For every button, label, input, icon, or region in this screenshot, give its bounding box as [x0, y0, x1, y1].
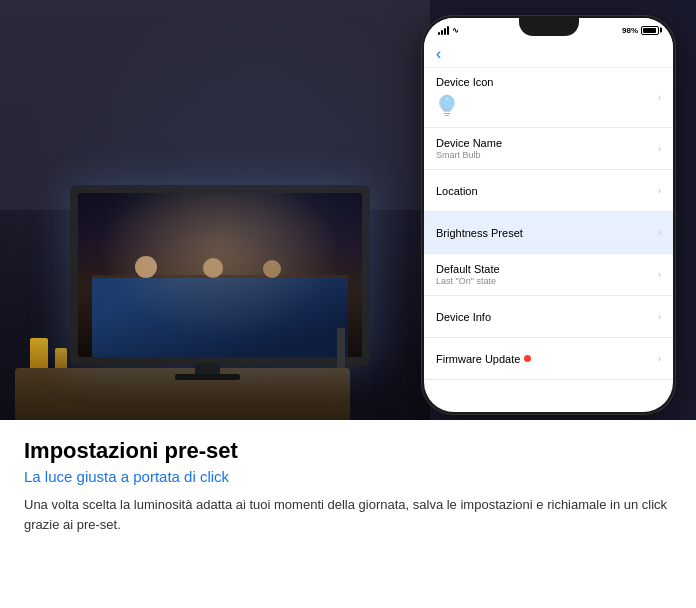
sub-heading: La luce giusta a portata di click — [24, 468, 672, 485]
brightness-preset-title: Brightness Preset — [436, 227, 523, 239]
firmware-update-chevron: › — [658, 353, 661, 364]
location-title: Location — [436, 185, 478, 197]
main-heading: Impostazioni pre-set — [24, 438, 672, 464]
default-state-content: Default State Last "On" state — [436, 263, 500, 286]
firmware-update-title: Firmware Update — [436, 353, 520, 365]
light-bulb-icon — [436, 93, 458, 119]
default-state-chevron: › — [658, 269, 661, 280]
default-state-title: Default State — [436, 263, 500, 275]
firmware-update-dot — [524, 355, 531, 362]
battery-fill — [643, 28, 656, 33]
device-icon-content: Device Icon — [436, 76, 493, 119]
device-name-content: Device Name Smart Bulb — [436, 137, 502, 160]
location-chevron: › — [658, 185, 661, 196]
device-info-chevron: › — [658, 311, 661, 322]
back-button[interactable]: ‹ — [436, 45, 441, 63]
default-state-subtitle: Last "On" state — [436, 276, 500, 286]
firmware-update-content: Firmware Update — [436, 353, 531, 365]
device-name-title: Device Name — [436, 137, 502, 149]
phone-screen: ∿ 98% ‹ — [424, 18, 673, 412]
bottom-text-section: Impostazioni pre-set La luce giusta a po… — [0, 420, 696, 608]
device-name-subtitle: Smart Bulb — [436, 150, 502, 160]
signal-bar-4 — [447, 26, 449, 35]
location-content: Location — [436, 185, 478, 197]
app-header: ‹ — [424, 40, 673, 68]
device-name-row[interactable]: Device Name Smart Bulb › — [424, 128, 673, 170]
brightness-preset-content: Brightness Preset — [436, 227, 523, 239]
device-name-chevron: › — [658, 143, 661, 154]
description-text: Una volta scelta la luminosità adatta ai… — [24, 495, 672, 534]
status-right: 98% — [622, 26, 659, 35]
brightness-preset-row[interactable]: Brightness Preset › — [424, 212, 673, 254]
hero-section: ∿ 98% ‹ — [0, 0, 696, 420]
room-ambient-overlay — [0, 0, 430, 420]
phone-notch — [519, 18, 579, 36]
device-info-row[interactable]: Device Info › — [424, 296, 673, 338]
device-info-content: Device Info — [436, 311, 491, 323]
brightness-preset-chevron: › — [658, 227, 661, 238]
firmware-update-title-row: Firmware Update — [436, 353, 531, 365]
device-icon-row[interactable]: Device Icon › — [424, 68, 673, 128]
firmware-update-row[interactable]: Firmware Update › — [424, 338, 673, 380]
signal-bar-3 — [444, 28, 446, 35]
phone-mockup: ∿ 98% ‹ — [421, 15, 676, 415]
signal-bar-2 — [441, 30, 443, 35]
location-row[interactable]: Location › — [424, 170, 673, 212]
device-info-title: Device Info — [436, 311, 491, 323]
device-icon-chevron: › — [658, 92, 661, 103]
status-left: ∿ — [438, 26, 459, 35]
phone-outer-shell: ∿ 98% ‹ — [421, 15, 676, 415]
signal-icon — [438, 26, 449, 35]
wifi-icon: ∿ — [452, 26, 459, 35]
default-state-row[interactable]: Default State Last "On" state › — [424, 254, 673, 296]
battery-icon — [641, 26, 659, 35]
signal-bar-1 — [438, 32, 440, 35]
settings-list: Device Icon › — [424, 68, 673, 380]
battery-percent-label: 98% — [622, 26, 638, 35]
device-icon-title: Device Icon — [436, 76, 493, 88]
room-background — [0, 0, 430, 420]
